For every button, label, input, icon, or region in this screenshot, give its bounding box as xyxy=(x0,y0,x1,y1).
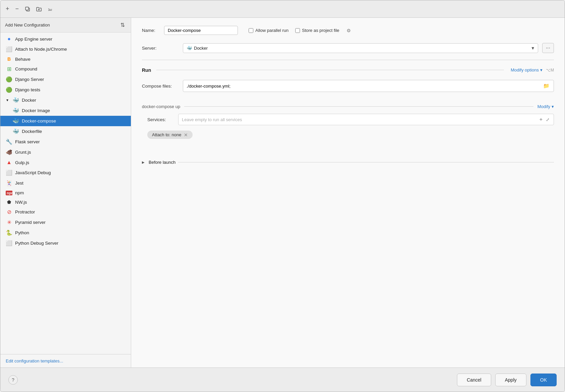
sidebar-item-label: Django tests xyxy=(15,87,40,92)
sort-button[interactable]: ↕ az xyxy=(46,6,54,12)
sidebar-item-label: Gulp.js xyxy=(15,160,29,165)
docker-compose-icon: 🐳 xyxy=(12,118,19,124)
jest-icon: 🃏 xyxy=(6,180,12,186)
attach-tag-close-button[interactable]: ✕ xyxy=(184,133,188,137)
server-more-button[interactable]: ··· xyxy=(542,43,554,53)
sidebar-item-npm[interactable]: npm npm xyxy=(0,188,131,197)
add-config-button[interactable]: + xyxy=(4,5,11,13)
compose-files-browse-button[interactable]: 📁 xyxy=(543,82,550,90)
services-row: Services: Leave empty to run all service… xyxy=(142,114,554,125)
settings-gear-button[interactable]: ⚙ xyxy=(346,27,352,34)
server-value: Docker xyxy=(194,46,531,51)
grunt-icon: 🐗 xyxy=(6,149,12,155)
sidebar-item-attach-node[interactable]: ⬜ Attach to Node.js/Chrome xyxy=(0,44,131,54)
remove-config-button[interactable]: − xyxy=(14,5,20,13)
sidebar-item-compound[interactable]: ⊞ Compound xyxy=(0,64,131,74)
attach-node-icon: ⬜ xyxy=(6,46,12,52)
modify-options-label: Modify options xyxy=(511,67,539,72)
allow-parallel-checkbox[interactable] xyxy=(249,28,253,33)
sidebar-item-js-debug[interactable]: ⬜ JavaScript Debug xyxy=(0,167,131,178)
run-label: Run xyxy=(142,67,151,73)
apply-button[interactable]: Apply xyxy=(495,374,526,386)
svg-text:az: az xyxy=(49,8,52,11)
sidebar-item-label: npm xyxy=(15,190,24,195)
sidebar-item-label: Jest xyxy=(15,181,23,186)
sidebar-item-label: JavaScript Debug xyxy=(15,170,51,175)
sidebar-item-gulpjs[interactable]: ▲ Gulp.js xyxy=(0,157,131,167)
services-add-button[interactable]: + xyxy=(539,116,543,123)
sidebar-item-docker-group[interactable]: ▼ 🐳 Docker xyxy=(0,95,131,105)
before-launch-section: ▶ Before launch xyxy=(142,160,554,165)
copy-config-button[interactable] xyxy=(23,6,32,12)
sidebar-item-label: Grunt.js xyxy=(15,150,31,155)
sidebar-item-label: Compound xyxy=(15,66,37,71)
modify-options-button[interactable]: Modify options ▾ xyxy=(509,67,544,73)
content-area: Name: Allow parallel run Store as projec… xyxy=(131,18,565,368)
sidebar-item-docker-compose[interactable]: 🐳 Docker-compose xyxy=(0,116,131,126)
sidebar-item-django-tests[interactable]: 🟢 Django tests xyxy=(0,85,131,95)
store-as-project-checkbox[interactable] xyxy=(295,28,300,33)
edit-templates-link[interactable]: Edit configuration templates... xyxy=(6,358,63,363)
sidebar-item-label: Docker Image xyxy=(22,108,50,113)
svg-rect-1 xyxy=(25,7,29,10)
sidebar-item-behave[interactable]: B Behave xyxy=(0,54,131,64)
sidebar-item-docker-image[interactable]: 🐳 Docker Image xyxy=(0,105,131,116)
services-label: Services: xyxy=(147,117,174,122)
protractor-icon: ⊘ xyxy=(6,209,12,215)
server-label: Server: xyxy=(142,46,179,51)
sidebar-item-jest[interactable]: 🃏 Jest xyxy=(0,178,131,188)
compose-files-label: Compose files: xyxy=(142,84,179,89)
sidebar-item-gruntjs[interactable]: 🐗 Grunt.js xyxy=(0,147,131,157)
sidebar-item-nwjs[interactable]: ⬟ NW.js xyxy=(0,197,131,207)
sidebar-options-button[interactable]: ⇅ xyxy=(119,21,126,29)
pyramid-icon: ✳ xyxy=(6,219,12,226)
modify-label: Modify xyxy=(537,104,550,109)
flask-icon: 🔧 xyxy=(6,139,12,145)
sidebar-item-django-server[interactable]: 🟢 Django Server xyxy=(0,74,131,85)
sidebar-item-protractor[interactable]: ⊘ Protractor xyxy=(0,207,131,217)
compose-files-input[interactable] xyxy=(187,84,543,89)
server-dropdown-arrow: ▼ xyxy=(531,46,535,51)
sidebar-item-python-debug[interactable]: ⬜ Python Debug Server xyxy=(0,238,131,248)
before-launch-line xyxy=(178,162,554,162)
services-input-wrap[interactable]: Leave empty to run all services + ⤢ xyxy=(178,114,554,125)
bottom-bar: ? Cancel Apply OK xyxy=(0,368,565,392)
services-expand-button[interactable]: ⤢ xyxy=(545,116,550,123)
sidebar-item-label: Protractor xyxy=(15,209,35,214)
sidebar-item-python[interactable]: 🐍 Python xyxy=(0,228,131,238)
sidebar-header: Add New Configuration ⇅ xyxy=(0,18,131,33)
run-section-actions: Modify options ▾ ⌥M xyxy=(509,67,554,73)
sidebar-footer: Edit configuration templates... xyxy=(0,354,131,368)
new-folder-button[interactable] xyxy=(35,6,43,12)
attach-to-label: Attach to: none xyxy=(152,132,181,137)
name-input[interactable] xyxy=(164,26,238,35)
before-launch-expand-icon: ▶ xyxy=(142,160,145,164)
ok-button[interactable]: OK xyxy=(530,374,557,386)
subsection-actions: Modify ▾ xyxy=(537,104,554,109)
sidebar-item-pyramid[interactable]: ✳ Pyramid server xyxy=(0,217,131,228)
store-as-project-item: Store as project file xyxy=(295,28,339,33)
python-icon: 🐍 xyxy=(6,230,12,236)
name-label: Name: xyxy=(142,28,159,33)
sidebar-item-dockerfile[interactable]: 🐳 Dockerfile xyxy=(0,126,131,137)
sidebar-item-label: Pyramid server xyxy=(15,220,46,225)
sidebar-item-label: Docker xyxy=(22,98,36,103)
allow-parallel-item: Allow parallel run xyxy=(249,28,289,33)
server-row: Server: 🐳 Docker ▼ ··· xyxy=(142,43,554,53)
cancel-button[interactable]: Cancel xyxy=(457,374,491,386)
sidebar-item-label: NW.js xyxy=(15,200,27,205)
action-buttons: Cancel Apply OK xyxy=(457,374,557,386)
help-icon: ? xyxy=(12,377,14,383)
compose-files-input-wrap: 📁 xyxy=(183,80,554,92)
before-launch-header[interactable]: ▶ Before launch xyxy=(142,160,554,165)
modify-button[interactable]: Modify ▾ xyxy=(537,104,554,109)
python-debug-icon: ⬜ xyxy=(6,240,12,246)
server-select-wrap[interactable]: 🐳 Docker ▼ xyxy=(183,43,538,53)
sidebar-item-flask[interactable]: 🔧 Flask server xyxy=(0,137,131,147)
server-divider xyxy=(142,60,554,60)
sidebar-item-app-engine[interactable]: ● App Engine server xyxy=(0,34,131,44)
modify-chevron-icon: ▾ xyxy=(552,104,554,109)
help-button[interactable]: ? xyxy=(8,375,18,385)
modify-options-shortcut: ⌥M xyxy=(546,68,554,72)
npm-icon: npm xyxy=(6,191,12,195)
